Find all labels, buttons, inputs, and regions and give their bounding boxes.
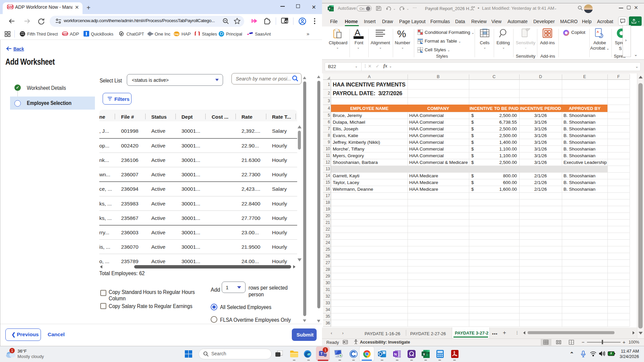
svg-text:T: T bbox=[320, 352, 322, 356]
svg-text:N: N bbox=[394, 352, 397, 356]
svg-text:x: x bbox=[423, 352, 425, 356]
